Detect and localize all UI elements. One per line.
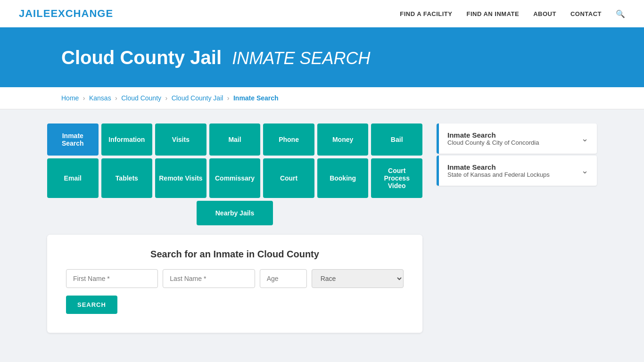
search-title: Search for an Inmate in Cloud County <box>66 249 404 260</box>
last-name-input[interactable] <box>163 269 255 288</box>
btn-bail[interactable]: Bail <box>371 123 422 156</box>
breadcrumb-current: Inmate Search <box>233 94 279 102</box>
btn-inmate-search[interactable]: Inmate Search <box>47 123 99 156</box>
logo-part1: JAIL <box>19 8 43 19</box>
logo-part2: EEXCHANGE <box>43 8 113 19</box>
sidebar-card-2-header[interactable]: Inmate Search State of Kansas and Federa… <box>439 156 597 186</box>
nav-search-icon[interactable]: 🔍 <box>616 9 625 18</box>
btn-court-process-video[interactable]: Court Process Video <box>371 158 422 198</box>
sidebar-card-2-title: Inmate Search <box>447 163 550 171</box>
search-box: Search for an Inmate in Cloud County Rac… <box>47 235 422 333</box>
chevron-down-icon: ⌄ <box>581 133 588 144</box>
btn-phone[interactable]: Phone <box>263 123 314 156</box>
nav-find-inmate[interactable]: FIND AN INMATE <box>466 9 519 18</box>
btn-nearby-jails[interactable]: Nearby Jails <box>197 201 273 225</box>
sidebar-card-2-subtitle: State of Kansas and Federal Lockups <box>447 171 550 178</box>
btn-court[interactable]: Court <box>263 158 314 198</box>
search-button[interactable]: SEARCH <box>66 296 117 314</box>
navbar: JAILEEXCHANGE FIND A FACILITY FIND AN IN… <box>0 0 644 28</box>
logo-x: E <box>43 8 51 19</box>
page-title: Cloud County Jail INMATE SEARCH <box>61 47 625 68</box>
btn-tablets[interactable]: Tablets <box>101 158 153 198</box>
age-input[interactable] <box>260 269 307 288</box>
btn-information[interactable]: Information <box>101 123 153 156</box>
nav-buttons-row2: Email Tablets Remote Visits Commissary C… <box>47 158 422 198</box>
logo[interactable]: JAILEEXCHANGE <box>19 8 113 20</box>
btn-mail[interactable]: Mail <box>209 123 261 156</box>
btn-commissary[interactable]: Commissary <box>209 158 261 198</box>
breadcrumb: Home › Kansas › Cloud County › Cloud Cou… <box>0 87 644 109</box>
left-column: Inmate Search Information Visits Mail Ph… <box>47 123 422 333</box>
breadcrumb-kansas[interactable]: Kansas <box>89 94 111 102</box>
sidebar-card-1-title: Inmate Search <box>447 131 539 139</box>
btn-remote-visits[interactable]: Remote Visits <box>155 158 206 198</box>
nav-contact[interactable]: CONTACT <box>570 9 602 18</box>
hero-banner: Cloud County Jail INMATE SEARCH <box>0 28 644 87</box>
race-select[interactable]: Race White Black Hispanic Asian Other <box>312 269 404 288</box>
main-content: Inmate Search Information Visits Mail Ph… <box>0 109 644 347</box>
nav-find-facility[interactable]: FIND A FACILITY <box>400 9 452 18</box>
chevron-down-icon-2: ⌄ <box>581 165 588 176</box>
btn-visits[interactable]: Visits <box>155 123 206 156</box>
nav-links: FIND A FACILITY FIND AN INMATE ABOUT CON… <box>400 9 625 18</box>
breadcrumb-home[interactable]: Home <box>61 94 79 102</box>
search-fields: Race White Black Hispanic Asian Other <box>66 269 404 288</box>
sidebar-card-1-subtitle: Cloud County & City of Concordia <box>447 139 539 146</box>
sidebar-card-1-header[interactable]: Inmate Search Cloud County & City of Con… <box>439 123 597 154</box>
nav-about[interactable]: ABOUT <box>533 9 556 18</box>
right-sidebar: Inmate Search Cloud County & City of Con… <box>437 123 597 333</box>
nav-buttons-row3: Nearby Jails <box>47 201 422 225</box>
breadcrumb-cloud-county[interactable]: Cloud County <box>121 94 161 102</box>
sidebar-card-1: Inmate Search Cloud County & City of Con… <box>437 123 597 154</box>
btn-money[interactable]: Money <box>317 123 369 156</box>
first-name-input[interactable] <box>66 269 158 288</box>
sidebar-card-2: Inmate Search State of Kansas and Federa… <box>437 156 597 186</box>
nav-buttons-row1: Inmate Search Information Visits Mail Ph… <box>47 123 422 156</box>
breadcrumb-jail[interactable]: Cloud County Jail <box>172 94 223 102</box>
btn-booking[interactable]: Booking <box>317 158 369 198</box>
btn-email[interactable]: Email <box>47 158 99 198</box>
